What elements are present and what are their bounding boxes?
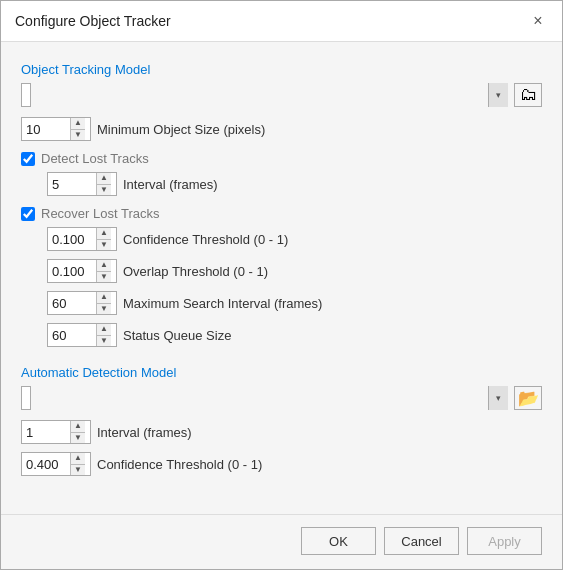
interval-up-arrow[interactable]: ▲ [97, 173, 111, 185]
auto-detection-model-select[interactable] [21, 386, 31, 410]
cancel-button[interactable]: Cancel [384, 527, 459, 555]
folder-icon: 🗂 [520, 85, 537, 105]
dialog-content: Object Tracking Model ▾ 🗂 ▲ ▼ Minimum [1, 42, 562, 514]
min-object-size-arrows: ▲ ▼ [70, 118, 85, 140]
auto-confidence-threshold-up-arrow[interactable]: ▲ [71, 453, 85, 465]
tracking-model-row: ▾ 🗂 [21, 83, 542, 107]
detect-lost-tracks-checkbox[interactable] [21, 152, 35, 166]
max-search-interval-up-arrow[interactable]: ▲ [97, 292, 111, 304]
max-search-interval-arrows: ▲ ▼ [96, 292, 111, 314]
auto-detection-model-dropdown-wrapper: ▾ [21, 386, 508, 410]
recover-lost-tracks-checkbox[interactable] [21, 207, 35, 221]
title-bar: Configure Object Tracker × [1, 1, 562, 42]
recover-lost-tracks-row: Recover Lost Tracks [21, 206, 542, 221]
auto-confidence-threshold-input[interactable] [22, 453, 70, 475]
overlap-threshold-arrows: ▲ ▼ [96, 260, 111, 282]
tracking-model-select[interactable] [21, 83, 31, 107]
min-object-size-down-arrow[interactable]: ▼ [71, 130, 85, 141]
confidence-threshold-input[interactable] [48, 228, 96, 250]
status-queue-size-spinner: ▲ ▼ [47, 323, 117, 347]
confidence-threshold-up-arrow[interactable]: ▲ [97, 228, 111, 240]
auto-confidence-threshold-down-arrow[interactable]: ▼ [71, 465, 85, 476]
tracking-model-dropdown-arrow-icon: ▾ [488, 83, 508, 107]
tracking-model-dropdown-wrapper: ▾ [21, 83, 508, 107]
interval-label: Interval (frames) [123, 177, 218, 192]
auto-interval-spinner: ▲ ▼ [21, 420, 91, 444]
status-queue-size-down-arrow[interactable]: ▼ [97, 336, 111, 347]
min-object-size-label: Minimum Object Size (pixels) [97, 122, 265, 137]
auto-confidence-threshold-label: Confidence Threshold (0 - 1) [97, 457, 262, 472]
auto-interval-down-arrow[interactable]: ▼ [71, 433, 85, 444]
detect-lost-tracks-label: Detect Lost Tracks [41, 151, 149, 166]
recover-lost-tracks-label: Recover Lost Tracks [41, 206, 160, 221]
auto-confidence-threshold-arrows: ▲ ▼ [70, 453, 85, 475]
overlap-threshold-label: Overlap Threshold (0 - 1) [123, 264, 268, 279]
ok-button[interactable]: OK [301, 527, 376, 555]
min-object-size-row: ▲ ▼ Minimum Object Size (pixels) [21, 117, 542, 141]
confidence-threshold-arrows: ▲ ▼ [96, 228, 111, 250]
interval-row: ▲ ▼ Interval (frames) [21, 172, 542, 196]
interval-down-arrow[interactable]: ▼ [97, 185, 111, 196]
max-search-interval-spinner: ▲ ▼ [47, 291, 117, 315]
close-button[interactable]: × [528, 11, 548, 31]
overlap-threshold-up-arrow[interactable]: ▲ [97, 260, 111, 272]
detect-lost-tracks-row: Detect Lost Tracks [21, 151, 542, 166]
tracking-model-folder-button[interactable]: 🗂 [514, 83, 542, 107]
status-queue-size-arrows: ▲ ▼ [96, 324, 111, 346]
overlap-threshold-input[interactable] [48, 260, 96, 282]
auto-interval-row: ▲ ▼ Interval (frames) [21, 420, 542, 444]
auto-interval-up-arrow[interactable]: ▲ [71, 421, 85, 433]
max-search-interval-row: ▲ ▼ Maximum Search Interval (frames) [21, 291, 542, 315]
max-search-interval-input[interactable] [48, 292, 96, 314]
overlap-threshold-down-arrow[interactable]: ▼ [97, 272, 111, 283]
overlap-threshold-row: ▲ ▼ Overlap Threshold (0 - 1) [21, 259, 542, 283]
status-queue-size-up-arrow[interactable]: ▲ [97, 324, 111, 336]
auto-confidence-threshold-row: ▲ ▼ Confidence Threshold (0 - 1) [21, 452, 542, 476]
status-queue-size-row: ▲ ▼ Status Queue Size [21, 323, 542, 347]
confidence-threshold-spinner: ▲ ▼ [47, 227, 117, 251]
overlap-threshold-spinner: ▲ ▼ [47, 259, 117, 283]
configure-object-tracker-dialog: Configure Object Tracker × Object Tracki… [0, 0, 563, 570]
status-queue-size-label: Status Queue Size [123, 328, 231, 343]
auto-confidence-threshold-spinner: ▲ ▼ [21, 452, 91, 476]
auto-detection-model-dropdown-arrow-icon: ▾ [488, 386, 508, 410]
max-search-interval-label: Maximum Search Interval (frames) [123, 296, 322, 311]
auto-interval-arrows: ▲ ▼ [70, 421, 85, 443]
max-search-interval-down-arrow[interactable]: ▼ [97, 304, 111, 315]
apply-button[interactable]: Apply [467, 527, 542, 555]
min-object-size-input[interactable] [22, 118, 70, 140]
auto-detection-model-folder-button[interactable]: 📂 [514, 386, 542, 410]
min-object-size-spinner: ▲ ▼ [21, 117, 91, 141]
interval-arrows: ▲ ▼ [96, 173, 111, 195]
auto-interval-input[interactable] [22, 421, 70, 443]
auto-interval-label: Interval (frames) [97, 425, 192, 440]
tracking-model-section-label: Object Tracking Model [21, 62, 542, 77]
confidence-threshold-down-arrow[interactable]: ▼ [97, 240, 111, 251]
folder-open-icon: 📂 [518, 388, 539, 409]
confidence-threshold-row: ▲ ▼ Confidence Threshold (0 - 1) [21, 227, 542, 251]
interval-spinner: ▲ ▼ [47, 172, 117, 196]
auto-detection-model-section-label: Automatic Detection Model [21, 365, 542, 380]
status-queue-size-input[interactable] [48, 324, 96, 346]
auto-detection-model-row: ▾ 📂 [21, 386, 542, 410]
interval-input[interactable] [48, 173, 96, 195]
dialog-title: Configure Object Tracker [15, 13, 171, 29]
confidence-threshold-label: Confidence Threshold (0 - 1) [123, 232, 288, 247]
dialog-footer: OK Cancel Apply [1, 514, 562, 569]
min-object-size-up-arrow[interactable]: ▲ [71, 118, 85, 130]
